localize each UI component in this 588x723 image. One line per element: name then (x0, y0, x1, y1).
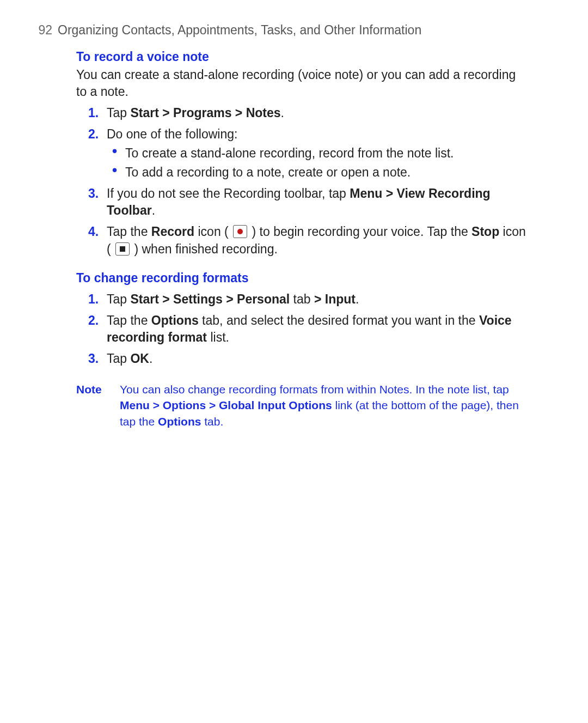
section-heading-formats: To change recording formats (76, 270, 528, 287)
step-bold: OK (130, 351, 149, 366)
step-1: Tap Start > Settings > Personal tab > In… (107, 291, 528, 308)
manual-page: 92 Organizing Contacts, Appointments, Ta… (0, 0, 588, 723)
step-text: . (356, 292, 359, 306)
note-text: tab. (201, 415, 223, 428)
steps-formats: Tap Start > Settings > Personal tab > In… (76, 291, 528, 367)
step-text: Do one of the following: (107, 127, 237, 141)
record-icon (233, 225, 247, 238)
step-2: Do one of the following: To create a sta… (107, 126, 528, 181)
page-content: To record a voice note You can create a … (76, 48, 528, 429)
step-text: list. (207, 330, 229, 344)
steps-record: Tap Start > Programs > Notes. Do one of … (76, 105, 528, 257)
step-bold: Options (151, 313, 199, 327)
step-4: Tap the Record icon ( ) to begin recordi… (107, 223, 528, 257)
bullet-text: To create a stand-alone recording, recor… (125, 146, 454, 160)
note-block: Note You can also change recording forma… (76, 381, 528, 429)
step-3: If you do not see the Recording toolbar,… (107, 185, 528, 219)
step-text: ) to begin recording your voice. Tap the (248, 224, 471, 239)
step-text: Tap (107, 292, 130, 306)
note-label: Note (76, 381, 120, 429)
bullet-text: To add a recording to a note, create or … (125, 165, 411, 179)
stop-label: Stop (471, 224, 499, 239)
stop-icon (115, 242, 130, 256)
step-text: Tap the (107, 224, 151, 239)
step-text: tab, and select the desired format you w… (199, 313, 479, 327)
step-text: icon ( (194, 224, 232, 239)
step-text: Tap the (107, 313, 151, 327)
section-heading-record: To record a voice note (76, 48, 528, 65)
step-text: tab (290, 292, 314, 306)
page-number: 92 (27, 22, 52, 39)
sub-bullets: To create a stand-alone recording, recor… (107, 145, 528, 181)
chapter-title: Organizing Contacts, Appointments, Tasks… (58, 22, 421, 39)
step-text: If you do not see the Recording toolbar,… (107, 186, 350, 201)
step-post: . (281, 106, 284, 120)
note-bold: Menu > Options > Global Input Options (120, 399, 332, 411)
step-1: Tap Start > Programs > Notes. (107, 105, 528, 121)
step-text: Tap (107, 351, 130, 366)
step-text: ) when finished recording. (131, 242, 278, 256)
page-header: 92 Organizing Contacts, Appointments, Ta… (27, 22, 528, 39)
record-label: Record (151, 224, 194, 239)
step-post: . (152, 203, 155, 217)
step-text: Tap (107, 106, 130, 120)
step-text: . (149, 351, 152, 366)
step-2: Tap the Options tab, and select the desi… (107, 312, 528, 346)
step-3: Tap OK. (107, 350, 528, 367)
bullet-2: To add a recording to a note, create or … (125, 164, 528, 181)
section-lead-record: You can create a stand-alone recording (… (76, 66, 528, 100)
bullet-1: To create a stand-alone recording, recor… (125, 145, 528, 162)
note-bold: Options (158, 415, 201, 428)
step-bold: > Input (314, 292, 356, 306)
note-text: You can also change recording formats fr… (120, 383, 509, 396)
step-bold: Start > Programs > Notes (130, 106, 280, 120)
step-bold: Start > Settings > Personal (130, 292, 290, 306)
note-body: You can also change recording formats fr… (120, 381, 528, 429)
